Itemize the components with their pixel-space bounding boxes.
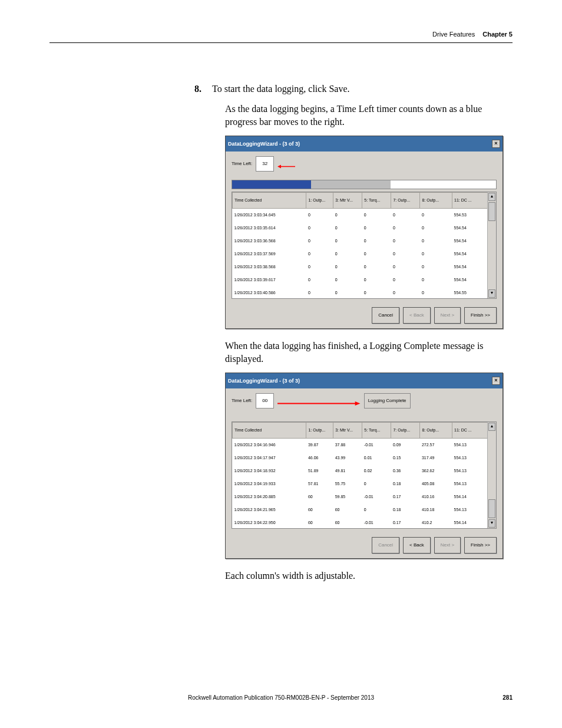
table-cell: 0.09	[391, 439, 420, 452]
table-row: 1/26/2012 3:04:22.9506060-0.010.17410.25…	[233, 516, 488, 529]
col-3[interactable]: 3: Mtr V...	[333, 193, 362, 209]
table-cell: 0	[420, 248, 452, 261]
table-cell: 410.16	[420, 490, 452, 503]
table-cell: 1/26/2012 3:03:36.568	[233, 235, 306, 248]
col-time[interactable]: Time Collected	[233, 423, 306, 439]
col-time[interactable]: Time Collected	[233, 193, 306, 209]
table-row: 1/26/2012 3:04:21.965606000.18410.18554.…	[233, 503, 488, 516]
col-8[interactable]: 8: Outp...	[420, 423, 452, 439]
table-cell: 51.89	[306, 465, 333, 477]
table-cell: 0.17	[391, 490, 420, 503]
table-cell: 37.88	[333, 439, 362, 452]
table-cell: 43.99	[333, 452, 362, 465]
progress-fill-blue	[232, 180, 311, 189]
table-cell: 0	[306, 248, 333, 261]
page-footer: Rockwell Automation Publication 750-RM00…	[0, 694, 562, 701]
time-left-label: Time Left:	[232, 394, 252, 407]
table-cell: 0.36	[391, 465, 420, 477]
table-row: 1/26/2012 3:04:17.94746.0643.990.010.153…	[233, 452, 488, 465]
data-table: Time Collected 1: Outp... 3: Mtr V... 5:…	[232, 192, 488, 299]
table-cell: 0.15	[391, 452, 420, 465]
scrollbar[interactable]: ▲ ▼	[487, 422, 496, 528]
scroll-thumb[interactable]	[488, 499, 495, 518]
table-cell: 405.08	[420, 477, 452, 490]
table-row: 1/26/2012 3:03:34.64500000554.53	[233, 209, 488, 222]
table-cell: 0	[420, 222, 452, 235]
finish-button[interactable]: Finish >>	[464, 537, 497, 554]
scroll-down-icon[interactable]: ▼	[488, 289, 495, 298]
table-cell: -0.01	[362, 516, 391, 529]
col-8[interactable]: 8: Outp...	[420, 193, 452, 209]
table-cell: 0.18	[391, 503, 420, 516]
col-11[interactable]: 11: DC ...	[452, 193, 487, 209]
feature-label: Drive Features	[432, 31, 475, 38]
table-cell: 1/26/2012 3:03:34.645	[233, 209, 306, 222]
col-5[interactable]: 5: Torq...	[362, 193, 391, 209]
timer-row: Time Left: 32	[226, 151, 503, 174]
table-cell: 1/26/2012 3:03:38.568	[233, 261, 306, 274]
table-cell: 49.81	[333, 465, 362, 477]
table-cell: 0	[333, 286, 362, 299]
table-cell: 362.62	[420, 465, 452, 477]
header-rule	[49, 42, 513, 43]
col-1[interactable]: 1: Outp...	[306, 193, 333, 209]
timer-row: Time Left: 00 Logging Complete	[226, 388, 503, 411]
table-cell: 0	[362, 477, 391, 490]
table-cell: 410.18	[420, 503, 452, 516]
table-cell: 0.02	[362, 465, 391, 477]
scroll-track[interactable]	[488, 431, 496, 499]
back-button[interactable]: < Back	[403, 537, 431, 554]
svg-marker-1	[277, 164, 281, 168]
table-cell: 554.55	[452, 286, 487, 299]
scroll-up-icon[interactable]: ▲	[488, 423, 495, 431]
table-cell: 60	[333, 516, 362, 529]
scroll-thumb[interactable]	[488, 202, 495, 221]
cancel-button[interactable]: Cancel	[372, 307, 399, 324]
table-cell: 0	[362, 274, 391, 286]
scroll-up-icon[interactable]: ▲	[488, 193, 495, 201]
table-cell: 554.54	[452, 261, 487, 274]
table-row: 1/26/2012 3:03:37.56900000554.54	[233, 248, 488, 261]
col-11[interactable]: 11: DC ...	[452, 423, 487, 439]
table-cell: -0.01	[362, 490, 391, 503]
data-table: Time Collected 1: Outp... 3: Mtr V... 5:…	[232, 422, 488, 529]
table-cell: 0	[420, 261, 452, 274]
table-cell: 0	[333, 222, 362, 235]
table-cell: 0	[391, 286, 420, 299]
table-cell: 554.54	[452, 274, 487, 286]
close-icon[interactable]: ×	[492, 377, 500, 385]
log-table-2: Time Collected 1: Outp... 3: Mtr V... 5:…	[232, 421, 497, 529]
step-text-2: As the data logging begins, a Time Left …	[225, 103, 503, 129]
close-icon[interactable]: ×	[492, 140, 500, 148]
table-cell: 60	[333, 503, 362, 516]
datalogging-wizard-dialog-2: DataLoggingWizard - (3 of 3) × Time Left…	[225, 373, 503, 559]
finish-button[interactable]: Finish >>	[464, 307, 497, 324]
scrollbar[interactable]: ▲ ▼	[487, 192, 496, 298]
logging-complete-badge: Logging Complete	[364, 393, 411, 409]
scroll-down-icon[interactable]: ▼	[488, 519, 495, 528]
table-cell: 554.13	[452, 465, 487, 477]
col-3[interactable]: 3: Mtr V...	[333, 423, 362, 439]
table-cell: 57.81	[306, 477, 333, 490]
table-cell: 0	[333, 261, 362, 274]
table-cell: 0	[362, 261, 391, 274]
scroll-track[interactable]	[488, 222, 496, 289]
col-5[interactable]: 5: Torq...	[362, 423, 391, 439]
page-number: 281	[503, 694, 513, 701]
col-7[interactable]: 7: Outp...	[391, 423, 420, 439]
table-cell: 554.54	[452, 222, 487, 235]
table-cell: 1/26/2012 3:03:37.569	[233, 248, 306, 261]
col-1[interactable]: 1: Outp...	[306, 423, 333, 439]
col-7[interactable]: 7: Outp...	[391, 193, 420, 209]
table-row: 1/26/2012 3:04:19.93357.8155.7500.18405.…	[233, 477, 488, 490]
progress-fill-grey	[311, 180, 390, 189]
table-cell: 1/26/2012 3:04:17.947	[233, 452, 306, 465]
table-cell: 0	[391, 235, 420, 248]
cancel-button: Cancel	[372, 537, 399, 554]
time-left-label: Time Left:	[232, 157, 252, 170]
dialog-titlebar: DataLoggingWizard - (3 of 3) ×	[226, 373, 503, 388]
table-cell: 0	[362, 503, 391, 516]
datalogging-wizard-dialog-1: DataLoggingWizard - (3 of 3) × Time Left…	[225, 136, 503, 329]
table-cell: 0.18	[391, 477, 420, 490]
table-cell: 554.13	[452, 477, 487, 490]
